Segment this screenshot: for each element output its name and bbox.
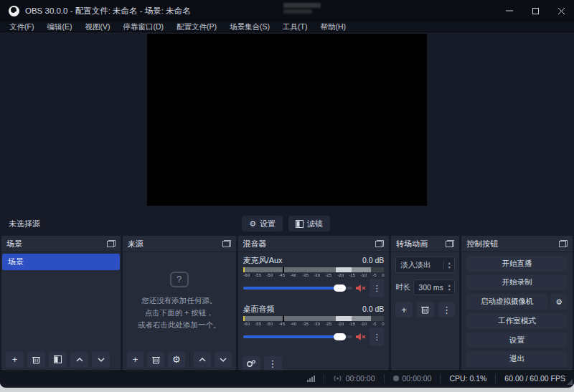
duration-spinbox[interactable]: 300 ms ▴▾ [413, 279, 455, 295]
preview-area [0, 32, 574, 213]
volume-slider[interactable] [243, 335, 353, 338]
watermark [283, 3, 321, 16]
menu-tools[interactable]: 工具(T) [276, 21, 314, 32]
start-recording-button[interactable]: 开始录制 [466, 275, 568, 291]
title-bar: OBS 30.0.0 - 配置文件: 未命名 - 场景: 未命名 [0, 0, 574, 21]
sources-dock-title: 来源 [128, 239, 144, 249]
transitions-dock-header[interactable]: 转场动画 [391, 236, 459, 252]
remove-scene-button[interactable] [27, 352, 45, 368]
sources-dock-header[interactable]: 来源 [123, 236, 236, 252]
add-transition-button[interactable]: + [395, 302, 413, 317]
popout-icon[interactable] [559, 240, 568, 247]
scenes-dock-header[interactable]: 场景 [1, 236, 121, 252]
exit-button[interactable]: 退出 [466, 351, 568, 367]
chevron-up-icon [76, 358, 83, 362]
chevron-up-icon [199, 358, 206, 362]
volume-slider-handle[interactable] [334, 333, 346, 340]
menu-help[interactable]: 帮助(H) [314, 21, 352, 32]
close-icon [558, 8, 565, 14]
controls-dock-title: 控制按钮 [466, 239, 498, 249]
move-source-down-button[interactable] [215, 352, 232, 368]
minimize-button[interactable] [497, 0, 522, 21]
popout-icon[interactable] [222, 240, 231, 247]
broadcast-icon [333, 375, 342, 382]
channel-options-button[interactable]: ⋮ [370, 279, 384, 297]
gear-icon: ⚙ [249, 219, 256, 229]
no-source-selected-label: 未选择源 [9, 219, 40, 229]
scenes-list: 场景 [1, 252, 121, 348]
menu-edit[interactable]: 编辑(E) [40, 21, 78, 32]
source-filters-button[interactable]: 滤镜 [288, 216, 330, 231]
mixer-dock-header[interactable]: 混音器 [238, 236, 390, 252]
mute-button[interactable] [356, 284, 366, 292]
controls-buttons: 开始直播 开始录制 启动虚拟摄像机 ⚙ 工作室模式 设置 退出 [461, 252, 573, 371]
controls-dock-header[interactable]: 控制按钮 [461, 236, 573, 252]
start-virtual-camera-button[interactable]: 启动虚拟摄像机 [466, 294, 547, 310]
spinner-arrows-icon[interactable]: ▴▾ [444, 283, 454, 292]
channel-name: 麦克风/Aux [243, 255, 283, 266]
mute-button[interactable] [356, 333, 366, 341]
scene-list-item-selected[interactable]: 场景 [2, 254, 120, 270]
popout-icon[interactable] [375, 240, 384, 247]
combo-arrows-icon: ▴▾ [443, 261, 454, 269]
advanced-audio-button[interactable] [243, 356, 260, 371]
mixer-options-button[interactable]: ⋮ [264, 356, 282, 371]
ghost-question-icon: ? [170, 272, 189, 287]
menu-docks[interactable]: 停靠窗口(D) [116, 21, 170, 32]
toolbar-separator [189, 353, 190, 366]
sources-toolbar: + ⚙ [123, 348, 236, 371]
speaker-muted-icon [356, 284, 366, 292]
source-properties-button[interactable]: ⚙ [168, 352, 185, 368]
preview-canvas[interactable] [147, 34, 427, 206]
scene-filters-button[interactable] [49, 352, 67, 368]
mixer-channel-desktop: 桌面音频 0.0 dB -60-55-50-45-40-35-30-25-20-… [243, 304, 385, 346]
speaker-muted-icon [356, 333, 366, 341]
remove-transition-button[interactable] [417, 302, 434, 317]
transitions-body: 淡入淡出 ▴▾ 时长 300 ms ▴▾ + ⋮ [391, 252, 459, 371]
volume-meter [243, 316, 385, 321]
scenes-toolbar: + [1, 348, 121, 371]
menu-file[interactable]: 文件(F) [3, 21, 40, 32]
add-source-button[interactable]: + [127, 352, 144, 368]
move-scene-down-button[interactable] [92, 352, 110, 368]
studio-mode-button[interactable]: 工作室模式 [466, 313, 568, 329]
gear-icon: ⚙ [555, 297, 562, 306]
transitions-dock-title: 转场动画 [396, 239, 428, 249]
channel-options-button[interactable]: ⋮ [370, 328, 384, 346]
source-properties-button[interactable]: ⚙ 设置 [242, 216, 283, 231]
sources-empty-line: 点击下面的 + 按钮， [145, 307, 214, 317]
virtual-camera-settings-button[interactable]: ⚙ [550, 294, 568, 310]
transition-properties-button[interactable]: ⋮ [438, 302, 456, 317]
add-scene-button[interactable]: + [6, 352, 24, 368]
transition-select[interactable]: 淡入淡出 ▴▾ [395, 257, 455, 273]
record-dot-icon [393, 376, 399, 381]
menu-scene-collection[interactable]: 场景集合(S) [223, 21, 276, 32]
sources-empty-state: ? 您还没有添加任何源。 点击下面的 + 按钮， 或者右击此处添加一个。 [123, 252, 236, 348]
volume-slider-handle[interactable] [334, 285, 346, 292]
channel-name: 桌面音频 [243, 304, 275, 315]
controls-dock: 控制按钮 开始直播 开始录制 启动虚拟摄像机 ⚙ 工作室模式 设置 退出 [461, 236, 573, 371]
filter-icon [296, 220, 304, 228]
move-source-up-button[interactable] [194, 352, 211, 368]
popout-icon[interactable] [446, 240, 454, 247]
source-context-toolbar: 未选择源 ⚙ 设置 滤镜 [0, 213, 574, 234]
chevron-down-icon [98, 358, 105, 362]
source-properties-label: 设置 [260, 219, 276, 229]
close-button[interactable] [548, 0, 574, 21]
start-streaming-button[interactable]: 开始直播 [466, 256, 568, 272]
maximize-button[interactable] [522, 0, 548, 21]
sources-list[interactable]: ? 您还没有添加任何源。 点击下面的 + 按钮， 或者右击此处添加一个。 [123, 252, 236, 348]
channel-level-db: 0.0 dB [362, 305, 384, 313]
filter-icon [54, 355, 62, 363]
remove-source-button[interactable] [147, 352, 164, 368]
scene-transitions-dock: 转场动画 淡入淡出 ▴▾ 时长 300 ms ▴▾ + [391, 236, 459, 371]
duration-value: 300 ms [414, 283, 444, 292]
popout-icon[interactable] [107, 240, 116, 247]
obs-logo-icon [9, 6, 19, 16]
sources-empty-line: 您还没有添加任何源。 [141, 295, 217, 305]
move-scene-up-button[interactable] [70, 352, 88, 368]
volume-slider[interactable] [243, 287, 353, 290]
settings-button[interactable]: 设置 [466, 333, 568, 348]
menu-profile[interactable]: 配置文件(P) [170, 21, 223, 32]
menu-view[interactable]: 视图(V) [78, 21, 116, 32]
